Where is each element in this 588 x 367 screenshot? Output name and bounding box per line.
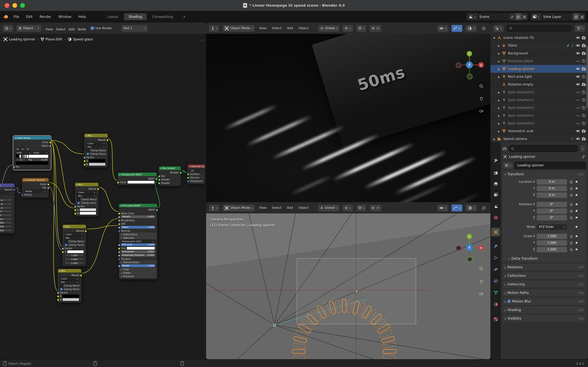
panel-grip[interactable]	[578, 274, 584, 277]
panel-grip[interactable]	[578, 173, 584, 175]
shader-node[interactable]: ▾Mix ResultColor∨Mix∨Clamp Result✓Clamp …	[58, 269, 82, 303]
node-value-field[interactable]: 1.000	[0, 225, 12, 228]
color-swatch[interactable]	[16, 161, 49, 165]
properties-tab-render[interactable]	[491, 169, 500, 177]
editor-type-button[interactable]: ∨	[209, 24, 220, 32]
checkbox[interactable]: ✓	[86, 152, 89, 155]
pin-icon[interactable]	[509, 13, 515, 20]
new-view-layer-copy-icon[interactable]	[573, 13, 579, 20]
lock-icon[interactable]	[569, 234, 574, 238]
node-dropdown[interactable]: Multiscatter GGX∨	[121, 240, 155, 243]
shader-node[interactable]: ▾Material Output All∨SurfaceVolumeDispla…	[187, 164, 205, 184]
input-socket[interactable]	[12, 166, 15, 168]
input-socket[interactable]	[118, 254, 121, 257]
outliner-row[interactable]: ▶Speed camera	[490, 135, 588, 142]
shader-node[interactable]: ▾Principled BSDF BSDFBase ColorMetallic0…	[119, 203, 158, 280]
gizmo-z-axis[interactable]: Z	[466, 61, 473, 68]
outliner-row[interactable]: Rotation empty	[490, 81, 588, 88]
input-socket[interactable]	[158, 175, 161, 178]
shading-mode-dropdown[interactable]: ∨	[465, 204, 477, 212]
object-browse-dropdown[interactable]: ∨	[503, 161, 513, 169]
node-header[interactable]: ▾Material Output	[188, 165, 205, 168]
properties-tab-object[interactable]	[491, 228, 500, 236]
panel-motion-paths[interactable]: ▸Motion Paths	[503, 289, 586, 296]
menu-file[interactable]: File	[11, 14, 22, 20]
input-socket[interactable]	[118, 265, 121, 267]
node-checkbox-row[interactable]: Clamp Result	[84, 149, 108, 152]
visibility-dropdown[interactable]: ∨	[437, 24, 449, 32]
lock-icon[interactable]	[569, 247, 574, 251]
expand-toggle-icon[interactable]: ▶	[497, 130, 501, 132]
editor-type-button[interactable]: ∨	[209, 204, 220, 212]
viewport-top-body[interactable]: 50ms Y Z X	[206, 34, 490, 202]
transform-panel-header[interactable]: ▾Transform	[503, 171, 586, 178]
node-value-field[interactable]: 0°	[0, 213, 12, 217]
hide-in-viewport-toggle[interactable]	[575, 121, 581, 125]
render-pass-icon[interactable]	[479, 204, 488, 212]
transform-value-field[interactable]: 0°	[537, 215, 567, 220]
colorramp-gradient[interactable]	[16, 154, 49, 158]
node-dropdown[interactable]: Mix∨	[65, 236, 84, 240]
expand-toggle-icon[interactable]: ▶	[497, 60, 501, 62]
hide-in-viewport-toggle[interactable]	[575, 51, 581, 56]
canvas-left-arrow[interactable]: ›	[1, 39, 2, 42]
workspace-tab-shading[interactable]: Shading	[124, 13, 147, 20]
breadcrumb-item[interactable]: Speed glass	[67, 37, 93, 42]
transform-value-field[interactable]: 0 m	[537, 186, 567, 191]
rotation-mode-dropdown[interactable]: XYZ Euler∨	[537, 224, 567, 230]
hide-in-viewport-toggle[interactable]	[575, 67, 581, 71]
disable-in-renders-toggle[interactable]	[581, 82, 587, 87]
scene-name[interactable]: Scene	[477, 13, 509, 20]
node-subpanel[interactable]: ▸Transmission	[119, 260, 157, 264]
gizmo-x-neg-axis[interactable]	[456, 245, 461, 251]
panel-grip[interactable]	[578, 300, 584, 303]
transform-orientation-dropdown[interactable]: Global∨	[318, 24, 340, 32]
outliner-filter-dropdown[interactable]: ∨	[574, 24, 586, 32]
panel-shading[interactable]: ▸Shading	[503, 306, 586, 313]
lock-icon[interactable]	[569, 209, 574, 213]
transform-value-field[interactable]: 0°	[537, 208, 567, 214]
hide-in-viewport-toggle[interactable]	[575, 59, 581, 63]
output-socket[interactable]	[106, 139, 109, 142]
lock-icon[interactable]	[569, 241, 574, 245]
node-checkbox-row[interactable]: Clamp Result	[63, 240, 86, 243]
shader-node[interactable]: ▾Transparent BSDF BSDFColor	[118, 172, 157, 185]
animate-property-dot[interactable]	[576, 235, 578, 237]
shader-menu-view[interactable]: View	[44, 27, 54, 32]
node-checkbox-row[interactable]: ✓Clamp Factor	[63, 243, 86, 246]
output-socket[interactable]	[179, 171, 182, 174]
hide-in-viewport-toggle[interactable]	[575, 129, 581, 133]
disable-in-renders-toggle[interactable]	[581, 74, 587, 79]
input-socket[interactable]	[118, 230, 121, 233]
colorramp-pos-field[interactable]: Pos0.145	[27, 158, 49, 161]
pivot-point-dropdown[interactable]: ∨	[342, 204, 353, 212]
lock-icon[interactable]	[569, 186, 574, 190]
input-socket[interactable]	[57, 295, 59, 298]
disable-in-renders-toggle[interactable]	[581, 90, 587, 94]
navigation-gizmo[interactable]: Y Z X	[454, 49, 485, 81]
gizmo-toggle-dropdown[interactable]: ∨	[451, 204, 462, 212]
input-socket[interactable]	[83, 163, 86, 166]
animate-property-dot[interactable]	[576, 217, 578, 218]
scene-browse-icon[interactable]: ∨	[467, 13, 477, 20]
node-value-slider[interactable]: Anisotropic Rotation0.000	[121, 254, 155, 257]
shading-mode-dropdown[interactable]: ∨	[465, 24, 477, 32]
node-header[interactable]: ▾Mix	[84, 134, 108, 137]
shader-menu-select[interactable]: Select	[54, 27, 67, 32]
expand-toggle-icon[interactable]: ▶	[497, 122, 501, 125]
outliner-row[interactable]: ▶Emission plane	[490, 57, 588, 65]
outliner-row[interactable]: ▶Spot volumetric	[490, 96, 588, 104]
node-dropdown[interactable]: Color∨	[86, 142, 106, 145]
proportional-edit-dropdown[interactable]	[369, 204, 382, 212]
animate-property-dot[interactable]	[576, 181, 578, 183]
node-checkbox-row[interactable]: ✓Clamp Factor	[75, 201, 98, 204]
node-header[interactable]: ▾Gradient Texture	[22, 178, 49, 182]
input-socket[interactable]	[118, 251, 121, 253]
lock-icon[interactable]	[569, 193, 574, 197]
color-swatch[interactable]	[89, 163, 106, 166]
node-subpanel[interactable]: ▸Sheen	[119, 271, 157, 275]
node-header[interactable]: ▾Mix	[75, 183, 98, 186]
transform-value-field[interactable]: 1.000	[537, 240, 567, 245]
node-value-slider[interactable]: Alpha1.000	[121, 226, 155, 229]
animate-property-dot[interactable]	[576, 203, 578, 205]
